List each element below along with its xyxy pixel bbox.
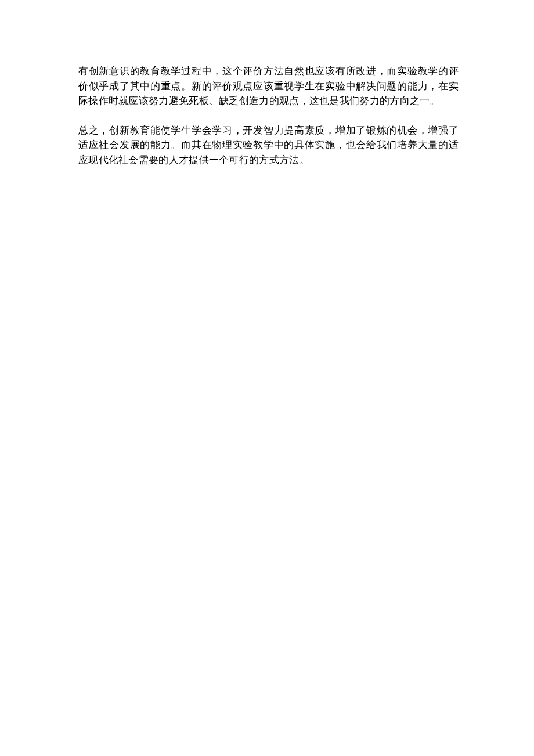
document-page: 有创新意识的教育教学过程中，这个评价方法自然也应该有所改进，而实验教学的评价似乎… <box>0 0 534 167</box>
paragraph-spacer <box>78 109 459 123</box>
body-paragraph-1: 有创新意识的教育教学过程中，这个评价方法自然也应该有所改进，而实验教学的评价似乎… <box>78 64 459 109</box>
body-paragraph-2: 总之，创新教育能使学生学会学习，开发智力提高素质，增加了锻炼的机会，增强了适应社… <box>78 123 459 168</box>
